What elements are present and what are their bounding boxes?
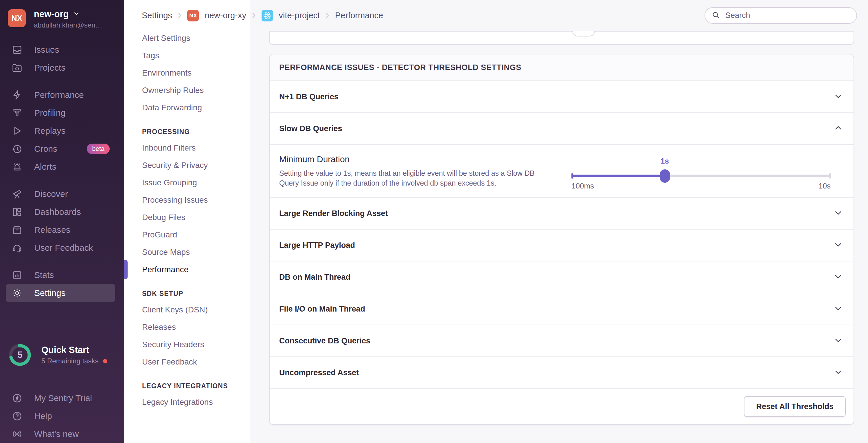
subnav-item-client-keys[interactable]: Client Keys (DSN): [124, 301, 250, 319]
setting-description: Setting the value to 1s, means that an e…: [279, 168, 546, 188]
subnav-item-inbound-filters[interactable]: Inbound Filters: [124, 139, 250, 157]
detector-row-uncompressed-asset[interactable]: Uncompressed Asset: [270, 357, 854, 389]
nav-divider: [0, 77, 124, 86]
subnav-item-data-forwarding[interactable]: Data Forwarding: [124, 99, 250, 116]
bolt-circle-icon: [11, 393, 23, 404]
subnav-item-tags[interactable]: Tags: [124, 47, 250, 64]
detector-row-http-payload[interactable]: Large HTTP Payload: [270, 230, 854, 262]
slider-min-label: 100ms: [571, 181, 594, 190]
org-switcher[interactable]: NX new-org abdullah.khan@sen…: [0, 0, 124, 29]
issues-icon: [11, 44, 23, 55]
chevron-down-icon[interactable]: [834, 368, 842, 378]
subnav-item-proguard[interactable]: ProGuard: [124, 226, 250, 243]
sidebar-item-crons[interactable]: Crons beta: [0, 140, 124, 158]
sidebar-item-alerts[interactable]: Alerts: [0, 158, 124, 176]
subnav-item-processing-issues[interactable]: Processing Issues: [124, 191, 250, 209]
subnav-item-source-maps[interactable]: Source Maps: [124, 243, 250, 261]
subnav-section-legacy: LEGACY INTEGRATIONS: [124, 378, 250, 393]
subnav-item-environments[interactable]: Environments: [124, 64, 250, 82]
slider-max-label: 10s: [818, 181, 831, 190]
detector-row-n-plus-one[interactable]: N+1 DB Queries: [270, 81, 854, 113]
sidebar-item-help[interactable]: Help: [0, 407, 124, 425]
setting-label: Minimum Duration: [279, 154, 546, 164]
sidebar-item-performance[interactable]: Performance: [0, 86, 124, 104]
sidebar-item-settings[interactable]: Settings: [6, 284, 115, 302]
subnav-item-security-privacy[interactable]: Security & Privacy: [124, 157, 250, 174]
sidebar-item-issues[interactable]: Issues: [0, 41, 124, 59]
quick-start-title: Quick Start: [41, 345, 107, 355]
panel-title: PERFORMANCE ISSUES - DETECTOR THRESHOLD …: [270, 54, 854, 81]
sidebar-item-user-feedback[interactable]: User Feedback: [0, 239, 124, 257]
detector-row-db-main-thread[interactable]: DB on Main Thread: [270, 262, 854, 293]
sidebar-item-releases[interactable]: Releases: [0, 221, 124, 239]
min-duration-slider[interactable]: 1s 100ms 10s: [571, 149, 831, 193]
subnav-section-processing: PROCESSING: [124, 124, 250, 139]
detector-row-render-blocking[interactable]: Large Render Blocking Asset: [270, 198, 854, 230]
chevron-down-icon[interactable]: [834, 92, 842, 101]
clipped-previous-panel: [269, 31, 854, 45]
slider-fill: [571, 175, 665, 177]
subnav-item-user-feedback[interactable]: User Feedback: [124, 353, 250, 371]
sidebar-item-discover[interactable]: Discover: [0, 185, 124, 203]
bar-chart-icon: [11, 270, 23, 280]
detector-row-file-io[interactable]: File I/O on Main Thread: [270, 293, 854, 325]
lightning-icon: [11, 89, 23, 100]
top-bar: Settings › NX new-org-xy › vite-project …: [124, 0, 868, 31]
chevron-down-icon[interactable]: [834, 336, 842, 346]
sidebar-item-replays[interactable]: Replays: [0, 122, 124, 140]
subnav-item-alert-settings[interactable]: Alert Settings: [124, 30, 250, 47]
subnav-item-issue-grouping[interactable]: Issue Grouping: [124, 174, 250, 191]
profiling-icon: [11, 108, 23, 118]
org-badge: NX: [187, 10, 199, 22]
chevron-up-icon[interactable]: [834, 124, 842, 134]
react-project-icon: [261, 10, 273, 22]
archive-icon: [11, 225, 23, 235]
breadcrumb-separator: ›: [326, 9, 329, 20]
clock-icon: [11, 143, 23, 154]
subnav-item-security-headers[interactable]: Security Headers: [124, 336, 250, 353]
subnav-item-legacy-integrations[interactable]: Legacy Integrations: [124, 393, 250, 411]
search-input[interactable]: [725, 11, 850, 20]
nav-divider: [0, 176, 124, 185]
detector-row-slow-db[interactable]: Slow DB Queries: [270, 113, 854, 145]
chevron-down-icon[interactable]: [834, 240, 842, 250]
sidebar-item-stats[interactable]: Stats: [0, 266, 124, 284]
chevron-down-icon: [73, 9, 80, 19]
sidebar-item-dashboards[interactable]: Dashboards: [0, 203, 124, 221]
quick-start-subtitle: 5 Remaining tasks: [41, 357, 98, 365]
headset-icon: [11, 242, 23, 253]
projects-icon: [11, 62, 23, 73]
beta-badge: beta: [87, 144, 110, 154]
settings-subnav: Alert Settings Tags Environments Ownersh…: [124, 0, 250, 443]
subnav-item-performance[interactable]: Performance: [124, 261, 250, 278]
quick-start[interactable]: 5 Quick Start 5 Remaining tasks: [0, 343, 124, 367]
help-icon: [11, 411, 23, 421]
sidebar-footer: My Sentry Trial Help What's new: [0, 389, 124, 443]
broadcast-icon: [11, 429, 23, 440]
active-indicator: [124, 260, 128, 279]
detector-row-consecutive-db[interactable]: Consecutive DB Queries: [270, 325, 854, 357]
sidebar-item-trial[interactable]: My Sentry Trial: [0, 389, 124, 407]
subnav-section-sdk-setup: SDK SETUP: [124, 286, 250, 301]
chevron-down-icon[interactable]: [834, 272, 842, 282]
reset-all-thresholds-button[interactable]: Reset All Thresholds: [744, 396, 846, 417]
breadcrumb-project[interactable]: vite-project: [279, 11, 320, 20]
breadcrumb-separator: ›: [252, 9, 256, 20]
search-box[interactable]: [705, 7, 857, 24]
chevron-down-icon[interactable]: [834, 304, 842, 314]
chevron-down-icon[interactable]: [834, 208, 842, 218]
slider-handle[interactable]: [660, 169, 670, 183]
notification-dot: [103, 359, 107, 363]
subnav-item-debug-files[interactable]: Debug Files: [124, 209, 250, 226]
breadcrumb-settings[interactable]: Settings: [142, 11, 172, 20]
breadcrumb-org[interactable]: new-org-xy: [205, 11, 246, 20]
breadcrumb: Settings › NX new-org-xy › vite-project …: [142, 10, 383, 22]
play-icon: [11, 125, 23, 137]
subnav-item-releases[interactable]: Releases: [124, 319, 250, 336]
sidebar-item-profiling[interactable]: Profiling: [0, 104, 124, 122]
org-name: new-org: [34, 9, 69, 19]
telescope-icon: [11, 188, 23, 200]
subnav-item-ownership-rules[interactable]: Ownership Rules: [124, 82, 250, 99]
sidebar-item-projects[interactable]: Projects: [0, 59, 124, 77]
sidebar-item-whats-new[interactable]: What's new: [0, 425, 124, 443]
